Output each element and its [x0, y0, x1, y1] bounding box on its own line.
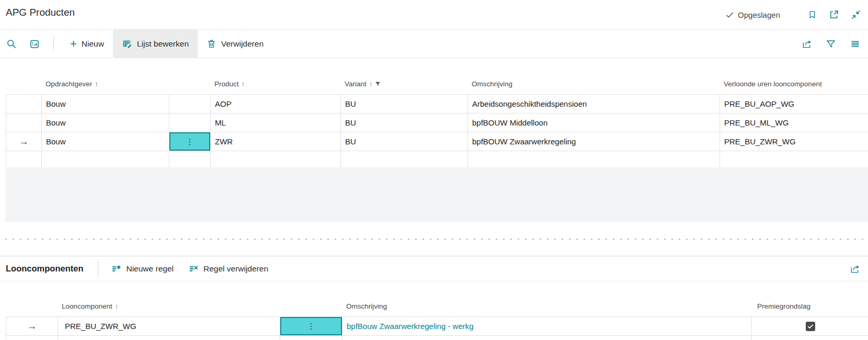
page-title: APG Producten: [6, 7, 75, 18]
variant-cell[interactable]: BU: [341, 95, 468, 113]
product-cell[interactable]: ML: [211, 114, 341, 132]
section-divider: [98, 261, 98, 277]
delete-line-button-label: Regel verwijderen: [203, 264, 268, 274]
premiegrondslag-checkbox[interactable]: [806, 322, 815, 331]
column-header-label: Premiegrondslag: [757, 302, 810, 310]
edit-table-icon: [122, 39, 132, 49]
share-icon[interactable]: [800, 37, 814, 51]
row-selector-cell[interactable]: [6, 336, 58, 340]
verloonde-uren-cell[interactable]: PRE_BU_ZWR_WG: [720, 132, 868, 151]
collapse-icon[interactable]: [849, 8, 863, 21]
delete-button[interactable]: Verwijderen: [198, 30, 272, 58]
looncomponent-cell[interactable]: [58, 336, 280, 340]
delete-line-button[interactable]: Regel verwijderen: [181, 264, 276, 274]
sort-ascending-icon: ↑: [369, 80, 373, 88]
premiegrondslag-cell: [752, 317, 868, 335]
opdrachtgever-cell[interactable]: Bouw: [42, 95, 169, 113]
opdrachtgever-cell[interactable]: [42, 151, 169, 169]
spacer-cell[interactable]: [169, 95, 211, 113]
new-line-button[interactable]: Nieuwe regel: [104, 264, 180, 274]
column-header-omschrijving[interactable]: Omschrijving: [467, 80, 719, 88]
bookmark-icon[interactable]: [805, 8, 819, 21]
looncomponenten-grid-header: Looncomponent ↑ Omschrijving Premiegrond…: [6, 296, 868, 316]
column-header-label: Looncomponent: [62, 302, 112, 310]
omschrijving-cell[interactable]: bpfBOUW Middelloon: [468, 114, 720, 132]
new-line-button-label: Nieuwe regel: [126, 264, 173, 274]
new-button[interactable]: + Nieuw: [61, 30, 113, 58]
title-bar-right: Opgeslagen: [725, 0, 863, 29]
saved-indicator: Opgeslagen: [725, 10, 780, 19]
column-header-label: Variant: [345, 80, 367, 88]
opdrachtgever-cell[interactable]: Bouw: [42, 114, 169, 132]
spacer-cell-selected[interactable]: ⋮: [169, 132, 211, 151]
column-filter-icon: [375, 81, 381, 87]
opdrachtgever-cell[interactable]: Bouw: [42, 132, 169, 151]
selected-cell[interactable]: ⋮: [280, 317, 342, 335]
delete-line-icon: [188, 264, 199, 274]
toolbar-right: [800, 30, 868, 58]
saved-label: Opgeslagen: [738, 10, 780, 19]
column-header-verloonde-uren[interactable]: Verloonde uren looncomponent: [719, 80, 868, 88]
table-row-selected: → Bouw ⋮ ZWR BU bpfBOUW Zwaarwerkregelin…: [6, 132, 868, 151]
looncomponent-cell[interactable]: PRE_BU_ZWR_WG: [58, 317, 280, 335]
omschrijving-cell[interactable]: [468, 151, 720, 169]
omschrijving-cell[interactable]: Arbeidsongeschiktheidspensioen: [468, 95, 720, 113]
column-header-product[interactable]: Product ↑: [210, 80, 340, 88]
plus-icon: +: [70, 38, 77, 50]
verloonde-uren-cell[interactable]: [720, 151, 868, 169]
product-cell[interactable]: [211, 151, 341, 169]
spacer-cell[interactable]: [169, 151, 211, 169]
omschrijving-link[interactable]: bpfBouw Zwaarwerkregeling - werkg: [347, 322, 474, 331]
omschrijving-cell[interactable]: [342, 336, 752, 340]
table-row-selected: → PRE_BU_ZWR_WG ⋮ bpfBouw Zwaarwerkregel…: [6, 317, 868, 336]
verloonde-uren-cell[interactable]: PRE_BU_ML_WG: [720, 114, 868, 132]
column-header-opdrachtgever[interactable]: Opdrachtgever ↑: [41, 80, 169, 88]
variant-cell[interactable]: [341, 151, 468, 169]
search-icon[interactable]: [0, 30, 23, 58]
title-bar: APG Producten Opgeslagen: [0, 0, 868, 30]
spacer-cell[interactable]: [280, 336, 342, 340]
row-selector-cell[interactable]: →: [6, 132, 42, 151]
row-selector-cell[interactable]: →: [6, 317, 58, 335]
analyze-view-icon[interactable]: [23, 30, 46, 58]
column-header-omschrijving[interactable]: Omschrijving: [342, 302, 751, 310]
spacer-cell[interactable]: [169, 114, 211, 132]
column-header-label: Omschrijving: [472, 80, 512, 88]
toolbar-divider: [53, 37, 54, 51]
filter-icon[interactable]: [824, 37, 838, 51]
share-icon[interactable]: [848, 262, 862, 276]
variant-cell[interactable]: BU: [341, 114, 468, 132]
open-in-new-window-icon[interactable]: [827, 8, 841, 21]
selected-cell[interactable]: ⋮: [169, 132, 210, 151]
new-button-label: Nieuw: [82, 39, 104, 49]
toolbar-left: + Nieuw Lijst bewerken Verwijderen: [0, 30, 272, 58]
product-cell[interactable]: AOP: [211, 95, 341, 113]
column-header-label: Opdrachtgever: [45, 80, 92, 88]
list-options-icon[interactable]: [848, 37, 862, 51]
column-header-premiegrondslag[interactable]: Premiegrondslag: [751, 302, 868, 310]
row-selector-cell[interactable]: [6, 151, 42, 169]
row-selector-cell[interactable]: [6, 114, 42, 132]
table-row: Bouw ML BU bpfBOUW Middelloon PRE_BU_ML_…: [6, 114, 868, 132]
trash-icon: [207, 39, 216, 49]
column-header-variant[interactable]: Variant ↑: [340, 80, 467, 88]
verloonde-uren-cell[interactable]: PRE_BU_AOP_WG: [720, 95, 868, 113]
product-cell[interactable]: ZWR: [211, 132, 341, 151]
column-header-looncomponent[interactable]: Looncomponent ↑: [58, 302, 280, 310]
sort-ascending-icon: ↑: [95, 80, 98, 88]
edit-list-button[interactable]: Lijst bewerken: [113, 30, 198, 58]
omschrijving-cell[interactable]: bpfBOUW Zwaarwerkregeling: [468, 132, 720, 151]
current-row-arrow-icon: →: [27, 321, 37, 331]
spacer-cell-selected[interactable]: ⋮: [280, 317, 342, 335]
products-grid-body: Bouw AOP BU Arbeidsongeschiktheidspensio…: [6, 94, 868, 170]
variant-cell[interactable]: BU: [341, 132, 468, 151]
table-row: Bouw AOP BU Arbeidsongeschiktheidspensio…: [6, 95, 868, 114]
new-line-icon: [111, 264, 121, 274]
products-grid-header: Opdrachtgever ↑ Product ↑ Variant ↑ Omsc…: [6, 73, 868, 94]
premiegrondslag-cell[interactable]: [752, 336, 868, 340]
omschrijving-cell[interactable]: bpfBouw Zwaarwerkregeling - werkg: [342, 317, 752, 335]
column-header-label: Verloonde uren looncomponent: [724, 80, 822, 88]
delete-button-label: Verwijderen: [221, 39, 264, 49]
sort-ascending-icon: ↑: [242, 80, 245, 88]
row-selector-cell[interactable]: [6, 95, 42, 113]
